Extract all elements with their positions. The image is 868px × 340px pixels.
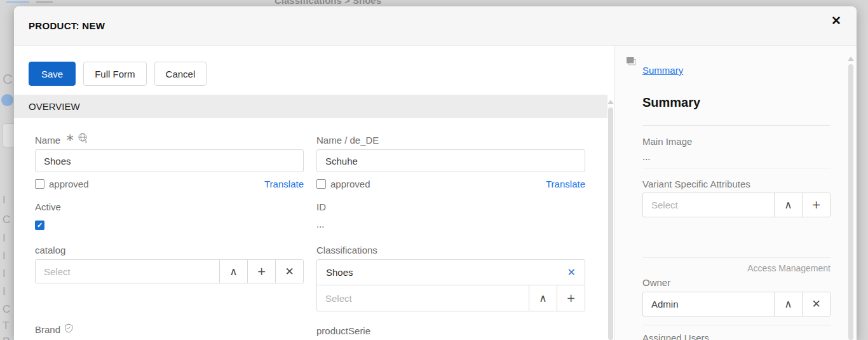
- divider: [642, 168, 831, 168]
- scrollbar-thumb[interactable]: [608, 107, 613, 340]
- variant-add-button[interactable]: +: [802, 193, 830, 217]
- classifications-label: Classifications: [316, 245, 377, 255]
- variant-attributes-field: Select ∧ +: [642, 193, 831, 217]
- classifications-widget: Shoes ✕ Select ∧ +: [316, 259, 585, 311]
- name-translate-link[interactable]: Translate: [264, 179, 304, 189]
- owner-select[interactable]: Admin: [643, 292, 774, 316]
- backdrop-avatar-dot: [1, 94, 13, 106]
- brand-label: Brand: [35, 324, 60, 335]
- name-de-input[interactable]: [316, 149, 585, 172]
- variant-expand-button[interactable]: ∧: [774, 193, 802, 217]
- classifications-expand-button[interactable]: ∧: [529, 285, 557, 311]
- screen: Classifications > Shoes C I C I I I I C …: [0, 0, 868, 340]
- modal-body: Save Full Form Cancel OVERVIEW Name ∗: [14, 46, 857, 340]
- overview-label: OVERVIEW: [29, 101, 80, 112]
- overview-form: Name ∗ x: [14, 118, 614, 340]
- x-icon: ✕: [285, 266, 294, 277]
- variant-attributes-select[interactable]: Select: [643, 193, 774, 217]
- remove-classification-icon[interactable]: ✕: [567, 266, 576, 278]
- classifications-select-row: Select ∧ +: [317, 285, 585, 311]
- close-icon: ✕: [831, 14, 841, 27]
- chevron-up-icon: ∧: [784, 200, 792, 210]
- backdrop-text-fragment: C: [3, 303, 10, 316]
- check-icon: ✓: [37, 221, 43, 229]
- id-label: ID: [316, 201, 585, 215]
- backdrop-tab-underline-2: [36, 1, 53, 3]
- save-button[interactable]: Save: [29, 62, 76, 86]
- translatable-globe-icon: x: [78, 135, 89, 146]
- backdrop-text-fragment: I: [3, 268, 6, 280]
- variant-attributes-label: Variant Specific Attributes: [642, 179, 831, 189]
- divider: [642, 325, 831, 325]
- name-de-approved-checkbox[interactable]: [316, 179, 326, 189]
- access-management-label: Access Management: [642, 263, 831, 273]
- sidebar-scrollbar[interactable]: [848, 57, 854, 340]
- chevron-up-icon: ∧: [539, 293, 546, 304]
- id-value: ...: [316, 219, 585, 229]
- backdrop-text-fragment: P: [3, 336, 10, 340]
- classifications-add-button[interactable]: +: [557, 285, 585, 311]
- catalog-select[interactable]: Select: [36, 260, 219, 283]
- required-asterisk-icon: ∗: [65, 131, 74, 144]
- main-image-label: Main Image: [642, 136, 831, 147]
- assigned-users-label: Assigned Users: [642, 332, 831, 340]
- catalog-add-button[interactable]: +: [247, 260, 275, 283]
- scroll-up-arrow-icon[interactable]: [848, 57, 854, 61]
- catalog-clear-button[interactable]: ✕: [275, 260, 303, 283]
- full-form-button[interactable]: Full Form: [83, 62, 146, 86]
- cancel-button[interactable]: Cancel: [154, 62, 207, 86]
- classification-chip: Shoes ✕: [317, 260, 585, 285]
- catalog-expand-button[interactable]: ∧: [219, 260, 247, 283]
- owner-clear-button[interactable]: ✕: [802, 292, 830, 316]
- breadcrumb: Classifications > Shoes: [275, 0, 381, 6]
- summary-sidebar: Summary Summary Main Image ... Variant S…: [614, 46, 857, 340]
- plus-icon: +: [566, 293, 575, 304]
- classifications-select[interactable]: Select: [317, 285, 529, 311]
- product-new-modal: PRODUCT: NEW ✕ Save Full Form Cancel OVE…: [14, 6, 857, 340]
- form-scrollbar[interactable]: [607, 100, 614, 340]
- catalog-label: catalog: [35, 245, 65, 255]
- x-icon: ✕: [811, 299, 820, 309]
- summary-heading: Summary: [642, 95, 831, 110]
- name-approved-checkbox[interactable]: [35, 179, 44, 189]
- main-image-value: ...: [642, 151, 831, 162]
- scrollbar-thumb[interactable]: [848, 64, 853, 340]
- catalog-relation-field: Select ∧ + ✕: [35, 259, 304, 283]
- classification-chip-label: Shoes: [326, 267, 353, 278]
- svg-text:x: x: [85, 139, 88, 144]
- name-de-label: Name / de_DE: [316, 135, 379, 146]
- backdrop-text-fragment: I: [3, 285, 6, 298]
- form-column-left: Name ∗ x: [35, 133, 304, 340]
- layers-icon: [627, 57, 636, 68]
- divider: [642, 257, 831, 258]
- scroll-up-arrow-icon[interactable]: [607, 100, 614, 104]
- plus-icon: +: [811, 200, 820, 210]
- product-serie-label: productSerie: [316, 325, 370, 336]
- backdrop-text-fragment: I: [3, 250, 6, 262]
- summary-nav-link[interactable]: Summary: [642, 65, 683, 76]
- overview-section-header[interactable]: OVERVIEW: [14, 95, 607, 118]
- toolbar: Save Full Form Cancel: [14, 46, 614, 95]
- close-button[interactable]: ✕: [831, 15, 841, 27]
- modal-title: PRODUCT: NEW: [29, 20, 105, 31]
- backdrop-text-fragment: I: [3, 232, 6, 245]
- owner-expand-button[interactable]: ∧: [774, 292, 802, 316]
- divider: [642, 125, 831, 126]
- name-input[interactable]: [35, 149, 304, 172]
- name-de-translate-link[interactable]: Translate: [546, 179, 585, 189]
- backdrop-text-fragment: T: [3, 320, 9, 332]
- backdrop-text-fragment: C: [3, 214, 10, 226]
- plus-icon: +: [257, 266, 266, 277]
- name-label: Name: [35, 135, 60, 146]
- active-checkbox[interactable]: ✓: [35, 221, 44, 230]
- backdrop-tab-underline: [6, 1, 29, 3]
- form-panel: Save Full Form Cancel OVERVIEW Name ∗: [14, 46, 614, 340]
- active-label: Active: [35, 201, 304, 215]
- owner-field: Admin ∧ ✕: [642, 292, 831, 316]
- shield-check-icon: [64, 324, 73, 335]
- owner-label: Owner: [642, 277, 831, 288]
- backdrop-text-fragment: C: [3, 71, 13, 88]
- form-column-right: Name / de_DE approved Translate ID ... C…: [316, 133, 585, 340]
- chevron-up-icon: ∧: [229, 266, 237, 277]
- backdrop-text-fragment: I: [3, 194, 6, 207]
